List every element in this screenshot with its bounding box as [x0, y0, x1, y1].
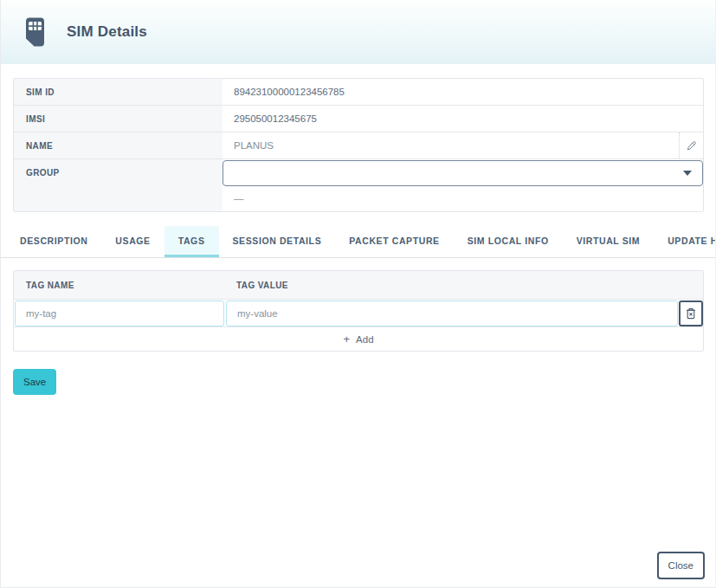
tag-name-column-header: TAG NAME [14, 271, 224, 299]
group-label: GROUP [14, 159, 223, 211]
tags-table: TAG NAME TAG VALUE + Add [13, 270, 704, 352]
add-tag-button[interactable]: + Add [14, 327, 703, 351]
sim-id-label: SIM ID [14, 79, 223, 105]
close-button[interactable]: Close [657, 552, 705, 579]
add-tag-label: Add [356, 334, 373, 345]
table-row-name: NAME PLANUS [14, 132, 703, 159]
tag-value-column-header: TAG VALUE [224, 271, 703, 299]
tab-session-details[interactable]: SESSION DETAILS [219, 226, 336, 257]
tags-table-header: TAG NAME TAG VALUE [14, 271, 703, 300]
group-select[interactable] [223, 160, 703, 186]
tab-tags[interactable]: TAGS [164, 226, 219, 257]
sim-detail-table: SIM ID 89423100000123456785 IMSI 2950500… [13, 78, 704, 212]
name-value-cell: PLANUS [223, 132, 703, 158]
pencil-icon [686, 140, 697, 152]
tab-sim-local-info[interactable]: SIM LOCAL INFO [454, 226, 563, 257]
tab-update-history[interactable]: UPDATE HISTORY [654, 226, 716, 257]
imsi-label: IMSI [14, 106, 223, 132]
sim-card-icon [25, 17, 45, 47]
tab-description[interactable]: DESCRIPTION [6, 226, 101, 257]
name-value: PLANUS [234, 140, 274, 151]
plus-icon: + [343, 333, 350, 346]
save-button[interactable]: Save [13, 369, 56, 395]
tag-value-input[interactable] [226, 300, 678, 326]
tab-virtual-sim[interactable]: VIRTUAL SIM [563, 226, 655, 257]
table-row-sim-id: SIM ID 89423100000123456785 [14, 79, 703, 106]
detail-tabs: DESCRIPTION USAGE TAGS SESSION DETAILS P… [1, 226, 715, 258]
tag-name-input[interactable] [15, 300, 224, 326]
chevron-down-icon [683, 171, 692, 176]
imsi-value: 295050012345675 [223, 106, 703, 132]
table-row-group: GROUP — [14, 159, 703, 211]
group-empty-value: — [223, 186, 703, 204]
name-label: NAME [14, 132, 223, 158]
delete-tag-button[interactable] [679, 300, 703, 326]
group-value-cell: — [223, 159, 703, 211]
page-title: SIM Details [67, 23, 147, 41]
trash-icon [686, 307, 696, 320]
tab-usage[interactable]: USAGE [101, 226, 164, 257]
tag-row [14, 300, 703, 327]
edit-name-button[interactable] [679, 132, 703, 158]
sim-id-value: 89423100000123456785 [223, 79, 703, 105]
tab-packet-capture[interactable]: PACKET CAPTURE [335, 226, 453, 257]
page-header: SIM Details [1, 0, 715, 64]
table-row-imsi: IMSI 295050012345675 [14, 106, 703, 132]
